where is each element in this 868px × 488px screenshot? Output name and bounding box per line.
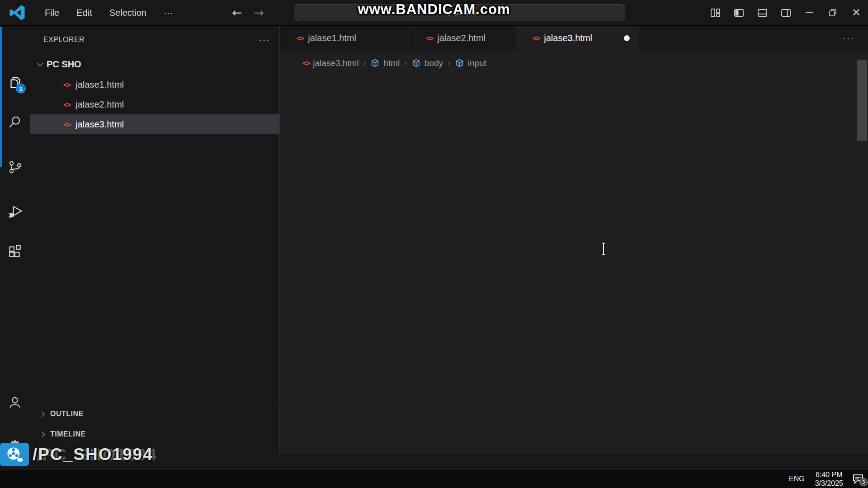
- html-file-icon: <>: [63, 120, 70, 129]
- tab-jalase1.html[interactable]: <>jalase1.html: [280, 26, 410, 51]
- notification-center-icon[interactable]: 3: [852, 473, 864, 485]
- forward-arrow-icon[interactable]: →: [254, 5, 264, 19]
- status-items: [855, 454, 868, 470]
- editor-scrollbar[interactable]: [857, 60, 867, 141]
- username-watermark: /PC_SHO1994: [33, 445, 153, 464]
- chevron-right-icon: [39, 432, 45, 437]
- file-name: jalase1.html: [75, 80, 124, 90]
- system-tray: ENG 6:40 PM 3/3/2025 3: [781, 470, 868, 488]
- mouse-ibeam-cursor: [599, 242, 608, 256]
- vscode-logo-icon: [9, 5, 25, 21]
- toggle-sidebar-icon[interactable]: [727, 0, 750, 25]
- tab-bar: <>jalase1.html<>jalase2.html<>jalase3.ht…: [280, 26, 868, 51]
- explorer-actions-icon[interactable]: ···: [259, 35, 270, 45]
- language-indicator[interactable]: ENG: [787, 475, 807, 483]
- breadcrumb-file[interactable]: <>jalase3.html: [302, 58, 359, 68]
- html-file-icon: <>: [63, 100, 70, 109]
- html-file-icon: <>: [302, 59, 309, 67]
- breadcrumb-symbol-label: html: [383, 58, 400, 68]
- bandicam-reel-icon: [0, 443, 29, 466]
- folder-root[interactable]: PC SHO: [30, 54, 279, 75]
- code-editor[interactable]: [280, 75, 868, 454]
- taskbar-clock[interactable]: 6:40 PM 3/3/2025: [812, 470, 846, 488]
- tab-label: jalase1.html: [308, 33, 356, 43]
- folder-name: PC SHO: [47, 59, 81, 70]
- explorer-icon[interactable]: 1: [0, 67, 30, 97]
- menu-more[interactable]: ···: [155, 0, 181, 25]
- tab-label: jalase2.html: [437, 33, 486, 43]
- html-file-icon: <>: [426, 34, 433, 42]
- section-timeline[interactable]: TIMELINE: [30, 424, 279, 444]
- breadcrumb-separator: ›: [448, 59, 450, 68]
- symbol-cube-icon: [411, 58, 421, 68]
- recorder-watermark: /PC_SHO1994: [0, 443, 153, 466]
- explorer-badge: 1: [16, 84, 26, 94]
- breadcrumb-symbol-label: body: [425, 58, 443, 68]
- minimize-button[interactable]: [797, 0, 821, 25]
- tab-jalase2.html[interactable]: <>jalase2.html: [410, 26, 516, 51]
- editor-area: <>jalase1.html<>jalase2.html<>jalase3.ht…: [280, 26, 868, 454]
- close-button[interactable]: ✕: [844, 0, 868, 25]
- breadcrumb-separator: ›: [363, 59, 366, 68]
- chevron-down-icon: [37, 61, 43, 66]
- explorer-sidebar: EXPLORER ··· PC SHO <>jalase1.html<>jala…: [30, 26, 280, 454]
- file-item-jalase3.html[interactable]: <>jalase3.html: [30, 114, 279, 134]
- symbol-cube-icon: [455, 58, 464, 68]
- restore-button[interactable]: [821, 0, 844, 25]
- extensions-icon[interactable]: [0, 237, 30, 267]
- taskbar: ENG 6:40 PM 3/3/2025 3: [0, 470, 868, 488]
- customize-layout-icon[interactable]: [703, 0, 727, 25]
- tab-label: jalase3.html: [544, 33, 592, 43]
- breadcrumb: <>jalase3.html›html›body›input: [280, 51, 868, 75]
- breadcrumb-symbol-input[interactable]: input: [455, 58, 486, 68]
- notification-badge: 3: [859, 478, 868, 486]
- back-arrow-icon[interactable]: ←: [232, 5, 242, 19]
- menu-bar: FileEditSelection···: [36, 0, 181, 25]
- bandicam-watermark: www.BANDICAM.com: [358, 1, 510, 18]
- source-control-icon[interactable]: [0, 152, 30, 182]
- status-bar: /PC_SHO1994: [0, 454, 868, 470]
- active-view-indicator: [0, 27, 2, 167]
- sidebar-title: EXPLORER: [43, 36, 85, 44]
- breadcrumb-separator: ›: [404, 59, 407, 68]
- activity-bar: 1 ⚙: [0, 26, 30, 454]
- menu-selection[interactable]: Selection: [101, 0, 155, 25]
- section-outline[interactable]: OUTLINE: [30, 404, 279, 424]
- html-file-icon: <>: [63, 80, 70, 89]
- breadcrumb-symbol-html[interactable]: html: [370, 58, 400, 68]
- account-icon[interactable]: [0, 387, 30, 417]
- clock-time: 6:40 PM: [815, 470, 843, 479]
- editor-actions-icon[interactable]: ···: [843, 33, 854, 43]
- section-label: OUTLINE: [50, 410, 84, 418]
- breadcrumb-file-label: jalase3.html: [313, 58, 359, 68]
- menu-file[interactable]: File: [36, 0, 68, 25]
- symbol-cube-icon: [370, 58, 380, 68]
- run-debug-icon[interactable]: [0, 196, 30, 226]
- sidebar-sections: OUTLINETIMELINE: [30, 404, 279, 444]
- breadcrumb-symbol-body[interactable]: body: [411, 58, 443, 68]
- unsaved-dot-icon: [624, 35, 630, 41]
- toggle-panel-icon[interactable]: [750, 0, 774, 25]
- tab-jalase3.html[interactable]: <>jalase3.html: [516, 26, 639, 51]
- breadcrumb-symbol-label: input: [468, 58, 486, 68]
- menu-edit[interactable]: Edit: [68, 0, 100, 25]
- title-bar: FileEditSelection··· ← → pc sho ✕ www.BA…: [0, 0, 868, 25]
- file-item-jalase1.html[interactable]: <>jalase1.html: [30, 75, 279, 94]
- file-list: <>jalase1.html<>jalase2.html<>jalase3.ht…: [30, 75, 279, 134]
- chevron-right-icon: [39, 411, 45, 417]
- clock-date: 3/3/2025: [815, 479, 843, 488]
- file-name: jalase2.html: [75, 99, 124, 110]
- html-file-icon: <>: [533, 34, 539, 42]
- search-view-icon[interactable]: [0, 107, 30, 137]
- toggle-secondary-sidebar-icon[interactable]: [774, 0, 797, 25]
- file-name: jalase3.html: [75, 119, 124, 130]
- section-label: TIMELINE: [50, 430, 86, 438]
- file-item-jalase2.html[interactable]: <>jalase2.html: [30, 94, 279, 114]
- html-file-icon: <>: [297, 34, 303, 42]
